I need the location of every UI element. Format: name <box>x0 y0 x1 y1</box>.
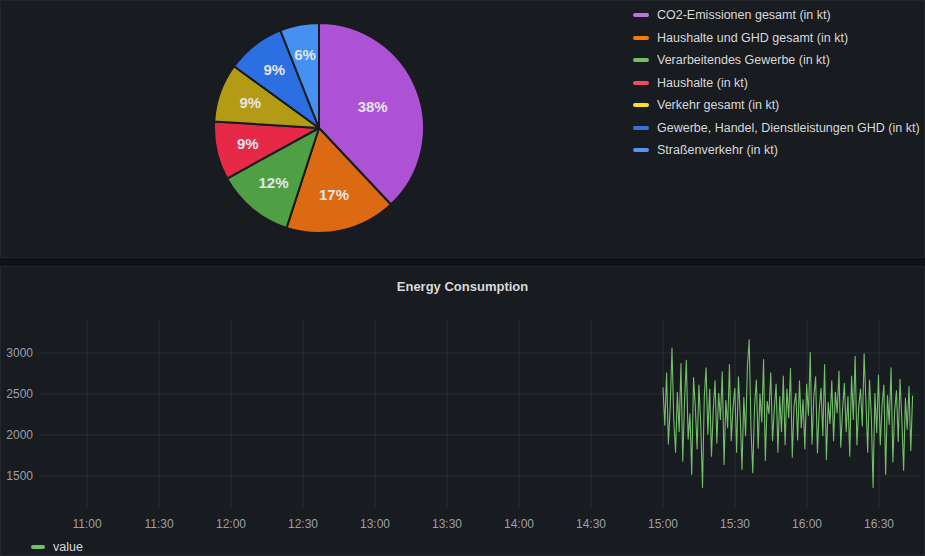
x-axis-label: 12:00 <box>216 517 246 531</box>
legend-item[interactable]: Haushalte und GHD gesamt (in kt) <box>633 27 920 50</box>
legend-label: Haushalte und GHD gesamt (in kt) <box>657 31 848 45</box>
legend-item[interactable]: CO2-Emissionen gesamt (in kt) <box>633 4 920 27</box>
pie-slice-label: 9% <box>237 135 259 152</box>
legend-swatch <box>633 103 649 107</box>
grafana-dashboard: { "chart_data": [ { "type": "pie", "labe… <box>0 0 925 556</box>
timeseries-chart[interactable]: 300025002000150011:0011:3012:0012:3013:0… <box>1 267 925 555</box>
x-axis-label: 14:30 <box>576 517 606 531</box>
x-axis-label: 11:00 <box>72 517 101 531</box>
legend-label: Straßenverkehr (in kt) <box>657 143 778 157</box>
x-axis-label: 13:00 <box>360 517 390 531</box>
x-axis-label: 15:30 <box>720 517 750 531</box>
pie-panel: 38%17%12%9%9%9%6% CO2-Emissionen gesamt … <box>0 0 925 258</box>
pie-slice-label: 6% <box>294 46 316 63</box>
pie-slice-label: 9% <box>263 61 285 78</box>
energy-consumption-panel: Energy Consumption 300025002000150011:00… <box>0 266 925 556</box>
y-axis-label: 2000 <box>6 428 33 442</box>
value-series-line <box>663 340 913 488</box>
series-legend-label: value <box>53 540 83 554</box>
y-axis-label: 2500 <box>6 387 33 401</box>
legend-swatch <box>633 36 649 40</box>
series-legend-item[interactable]: value <box>31 540 83 554</box>
x-axis-label: 16:30 <box>864 517 894 531</box>
x-axis-label: 15:00 <box>648 517 678 531</box>
legend-label: Verarbeitendes Gewerbe (in kt) <box>657 53 830 67</box>
series-legend-swatch <box>31 545 45 549</box>
pie-slice-label: 9% <box>239 94 261 111</box>
pie-legend: CO2-Emissionen gesamt (in kt) Haushalte … <box>633 4 920 162</box>
legend-item[interactable]: Straßenverkehr (in kt) <box>633 139 920 162</box>
y-axis-label: 1500 <box>6 469 33 483</box>
legend-swatch <box>633 148 649 152</box>
legend-label: Haushalte (in kt) <box>657 76 748 90</box>
legend-item[interactable]: Verkehr gesamt (in kt) <box>633 94 920 117</box>
pie-slice-label: 17% <box>319 186 349 203</box>
legend-label: Gewerbe, Handel, Dienstleistungen GHD (i… <box>657 121 920 135</box>
legend-label: CO2-Emissionen gesamt (in kt) <box>657 8 831 22</box>
x-axis-label: 14:00 <box>504 517 534 531</box>
x-axis-label: 16:00 <box>792 517 822 531</box>
x-axis-label: 11:30 <box>144 517 173 531</box>
y-axis-label: 3000 <box>6 346 33 360</box>
legend-item[interactable]: Verarbeitendes Gewerbe (in kt) <box>633 49 920 72</box>
legend-item[interactable]: Gewerbe, Handel, Dienstleistungen GHD (i… <box>633 117 920 140</box>
pie-slice-label: 38% <box>358 98 388 115</box>
legend-label: Verkehr gesamt (in kt) <box>657 98 779 112</box>
legend-swatch <box>633 58 649 62</box>
legend-swatch <box>633 81 649 85</box>
legend-swatch <box>633 126 649 130</box>
x-axis-label: 12:30 <box>288 517 318 531</box>
legend-item[interactable]: Haushalte (in kt) <box>633 72 920 95</box>
x-axis-label: 13:30 <box>432 517 462 531</box>
legend-swatch <box>633 13 649 17</box>
pie-slice-label: 12% <box>258 174 288 191</box>
